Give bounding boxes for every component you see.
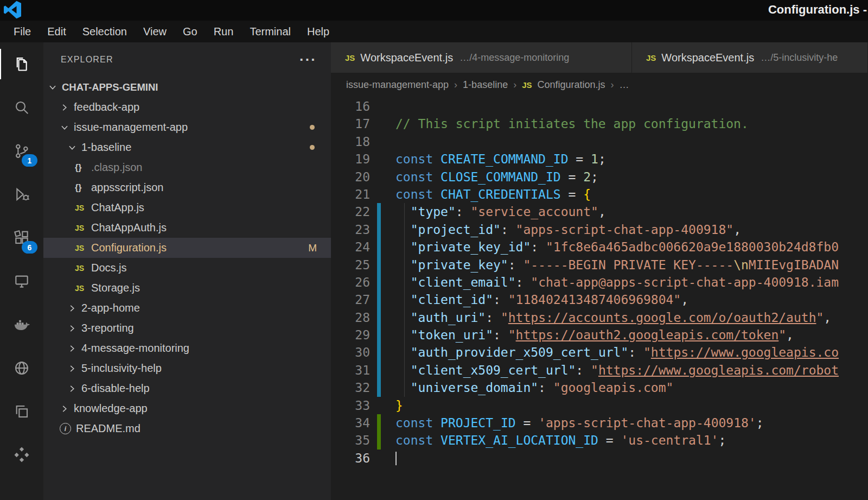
activity-explorer[interactable] [0,42,43,86]
tree-item-3-reporting[interactable]: 3-reporting [43,318,331,338]
tab-bar: JSWorkspaceEvent.js…/4-message-monitorin… [331,42,868,73]
breadcrumb-issue-management-app[interactable]: issue-management-app [346,79,449,91]
code-line-25[interactable]: 25 "private_key": "-----BEGIN PRIVATE KE… [331,256,868,274]
js-file-icon: JS [75,284,84,293]
code-line-21[interactable]: 21const CHAT_CREDENTIALS = { [331,186,868,203]
gutter-change-bar [377,344,381,361]
code-line-26[interactable]: 26 "client_email": "chat-app@apps-script… [331,274,868,291]
tree-item-appsscript.json[interactable]: {}appsscript.json [43,178,331,198]
tree-item-knowledge-app[interactable]: knowledge-app [43,398,331,419]
code-token: { [583,187,591,201]
tree-item-4-message-monitoring[interactable]: 4-message-monitoring [43,338,331,358]
activity-extensions[interactable]: 6 [0,216,43,260]
menu-file[interactable]: File [5,21,39,42]
chevron-down-icon[interactable] [60,122,74,133]
code-area[interactable]: 1617// This script initiates the app con… [331,97,868,500]
activity-run-debug[interactable] [0,173,43,216]
code-line-20[interactable]: 20const CLOSE_COMMAND_ID = 2; [331,168,868,186]
chevron-right-icon[interactable] [67,343,81,354]
code-line-22[interactable]: 22 "type": "service_account", [331,203,868,220]
line-number: 27 [331,291,370,308]
tree-item-feedback-app[interactable]: feedback-app [43,97,331,117]
breadcrumb--[interactable]: … [620,79,629,91]
line-number: 34 [331,414,370,432]
code-line-36[interactable]: 36 [331,450,868,467]
code-token: const [395,152,433,166]
code-line-35[interactable]: 35const VERTEX_AI_LOCATION_ID = 'us-cent… [331,432,868,449]
chevron-down-icon[interactable] [48,82,62,93]
menu-edit[interactable]: Edit [39,21,74,42]
tree-item-storage.js[interactable]: JSStorage.js [43,278,331,298]
code-line-16[interactable]: 16 [331,98,868,115]
chevron-right-icon[interactable] [67,323,81,334]
line-number: 28 [331,309,370,326]
activity-globe[interactable] [0,346,43,390]
tab-workspaceevent.js-1[interactable]: JSWorkspaceEvent.js…/4-message-monitorin… [331,42,632,73]
code-line-31[interactable]: 31 "client_x509_cert_url": "https://www.… [331,362,868,379]
code-line-23[interactable]: 23 "project_id": "apps-script-chat-app-4… [331,221,868,238]
tree-item-label: feedback-app [74,101,139,113]
code-line-27[interactable]: 27 "client_id": "118402413487406969804", [331,291,868,308]
code-token [433,187,441,201]
tab-workspaceevent.js-2[interactable]: JSWorkspaceEvent.js…/5-inclusivity-he [632,42,868,73]
code-token [395,258,411,272]
code-line-28[interactable]: 28 "auth_uri": "https://accounts.google.… [331,309,868,326]
code-line-19[interactable]: 19const CREATE_COMMAND_ID = 1; [331,150,868,168]
chevron-right-icon[interactable] [67,303,81,314]
code-text: "client_email": "chat-app@apps-script-ch… [395,274,839,291]
code-line-17[interactable]: 17// This script initiates the app confi… [331,115,868,132]
breadcrumb-1-baseline[interactable]: 1-baseline [463,79,508,91]
chevron-right-icon[interactable] [60,403,74,414]
code-text: "auth_provider_x509_cert_url": "https://… [395,344,839,361]
tree-item-chat-apps-gemini[interactable]: CHAT-APPS-GEMINI [43,77,331,97]
more-actions-button[interactable]: ··· [299,57,317,62]
tree-item-issue-management-app[interactable]: issue-management-app [43,117,331,137]
menu-help[interactable]: Help [299,21,337,42]
breadcrumb-configuration.js[interactable]: JSConfiguration.js [522,79,605,91]
tree-item-5-inclusivity-help[interactable]: 5-inclusivity-help [43,358,331,378]
chevron-right-icon[interactable] [67,383,81,394]
tree-item-2-app-home[interactable]: 2-app-home [43,298,331,318]
tree-item-readme.md[interactable]: iREADME.md [43,419,331,439]
gutter-change-bar [377,98,381,115]
tree-item-6-disable-help[interactable]: 6-disable-help [43,378,331,398]
activity-remote-explorer[interactable] [0,260,43,303]
code-token [395,205,411,219]
code-line-33[interactable]: 33} [331,397,868,414]
code-line-18[interactable]: 18 [331,133,868,150]
menu-terminal[interactable]: Terminal [241,21,299,42]
line-number: 29 [331,326,370,344]
tree-item-docs.js[interactable]: JSDocs.js [43,258,331,278]
code-line-24[interactable]: 24 "private_key_id": "1fc8e6a465adbc0066… [331,238,868,256]
menu-view[interactable]: View [135,21,175,42]
docker-icon [12,315,31,334]
activity-windows[interactable] [0,390,43,433]
activity-source-control[interactable]: 1 [0,129,43,173]
line-number: 21 [331,186,370,203]
chevron-right-icon[interactable] [67,363,81,374]
menu-run[interactable]: Run [206,21,242,42]
tree-item-configuration.js[interactable]: JSConfiguration.jsM [43,238,331,258]
menu-selection[interactable]: Selection [74,21,135,42]
tree-item-chatapp.js[interactable]: JSChatApp.js [43,198,331,218]
js-file-icon: JS [646,53,656,62]
tree-item-1-baseline[interactable]: 1-baseline [43,137,331,157]
code-token [395,345,411,359]
activity-search[interactable] [0,86,43,129]
code-token: = [598,433,621,447]
tree-item-.clasp.json[interactable]: {}.clasp.json [43,157,331,178]
breadcrumbs: issue-management-app›1-baseline›JSConfig… [331,73,868,97]
code-line-34[interactable]: 34const PROJECT_ID = 'apps-script-chat-a… [331,414,868,432]
code-line-29[interactable]: 29 "token_uri": "https://oauth2.googleap… [331,326,868,344]
chevron-down-icon[interactable] [67,142,81,153]
code-token [395,293,411,307]
code-line-30[interactable]: 30 "auth_provider_x509_cert_url": "https… [331,344,868,361]
activity-diamond-grid[interactable] [0,433,43,477]
tree-item-chatappauth.js[interactable]: JSChatAppAuth.js [43,218,331,238]
code-line-32[interactable]: 32 "universe_domain": "googleapis.com" [331,379,868,396]
chevron-right-icon[interactable] [60,102,74,113]
code-token: "private_key_id" [411,240,531,254]
gutter-change-bar [377,150,381,168]
activity-docker[interactable] [0,303,43,346]
menu-go[interactable]: Go [175,21,206,42]
